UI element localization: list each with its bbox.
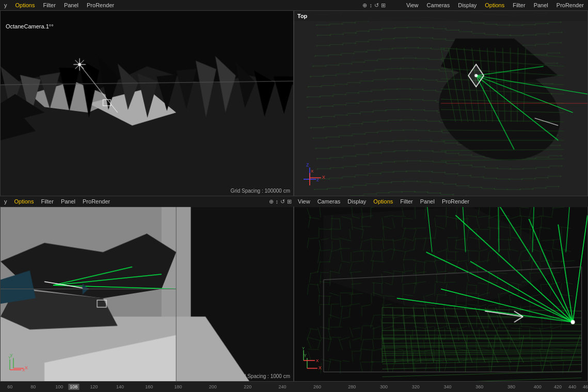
ruler-160: 160: [145, 384, 153, 389]
ruler-420: 420: [554, 384, 562, 389]
canvas-top: [294, 11, 587, 196]
ruler-60: 60: [7, 384, 12, 389]
ruler-120: 120: [90, 384, 98, 389]
ruler-380: 380: [507, 384, 515, 389]
axis-front: Y X: [299, 345, 320, 366]
menu-y-left[interactable]: y: [2, 2, 9, 8]
br-menu-options[interactable]: Options: [371, 198, 395, 205]
icon-rotate[interactable]: ↺: [374, 2, 379, 9]
menu-prorender-right[interactable]: ProRender: [554, 2, 586, 8]
viewport-camera[interactable]: OctaneCamera.1°° Grid Spacing : 100000 c…: [0, 10, 294, 196]
ruler-80: 80: [30, 384, 36, 389]
ruler-108: 108: [68, 384, 79, 390]
ruler-300: 300: [380, 384, 388, 389]
vp2-title: Top: [297, 13, 307, 19]
menu-view-right[interactable]: View: [404, 2, 421, 8]
bl-menu-options[interactable]: Options: [12, 198, 36, 205]
ruler-280: 280: [348, 384, 356, 389]
ruler-100: 100: [55, 384, 63, 389]
bl-icon-rotate[interactable]: ↺: [280, 198, 285, 205]
ruler-220: 220: [244, 384, 251, 389]
svg-text:X: X: [316, 358, 319, 363]
camera-label: OctaneCamera.1°°: [6, 23, 54, 29]
bl-icon-grid[interactable]: ⊞: [287, 198, 292, 205]
viewport-perspective[interactable]: y Options Filter Panel ProRender ⊕ ↕ ↺ ⊞…: [0, 196, 294, 382]
canvas-camera: [1, 11, 293, 196]
menu-options-right[interactable]: Options: [483, 2, 506, 8]
menu-display-right[interactable]: Display: [456, 2, 479, 8]
grid-spacing-vp1: Grid Spacing : 100000 cm: [230, 188, 290, 194]
axis-top: Z X: [299, 169, 320, 190]
viewport-icons-top: ⊕ ↕ ↺ ⊞: [362, 2, 386, 9]
br-menu-cameras[interactable]: Cameras: [315, 198, 343, 205]
canvas-perspective: [1, 197, 293, 381]
grid-spacing-vp3: Grid Spacing : 1000 cm: [236, 373, 291, 379]
svg-text:Z: Z: [316, 178, 319, 182]
viewport-top[interactable]: Top Z X: [294, 10, 588, 196]
menu-filter-right[interactable]: Filter: [511, 2, 527, 8]
br-menu-panel[interactable]: Panel: [418, 198, 437, 205]
icon-cross[interactable]: ⊕: [362, 2, 367, 9]
icon-arrows[interactable]: ↕: [369, 2, 372, 8]
menu-panel-right[interactable]: Panel: [532, 2, 550, 8]
ruler-260: 260: [313, 384, 321, 389]
ruler-340: 340: [444, 384, 452, 389]
bottom-left-menubar: y Options Filter Panel ProRender ⊕ ↕ ↺ ⊞: [0, 196, 294, 207]
menu-prorender-left[interactable]: ProRender: [85, 2, 116, 8]
menu-panel-left[interactable]: Panel: [62, 2, 81, 8]
viewport-front[interactable]: Front Y X: [294, 196, 588, 382]
svg-text:X: X: [22, 368, 25, 372]
menu-filter-left[interactable]: Filter: [41, 2, 57, 8]
ruler-marks: 60 80 100 108 120 140 160 180 200 220 24…: [4, 382, 584, 392]
ruler-180: 180: [174, 384, 182, 389]
axis-perspective: Y X: [6, 354, 26, 375]
menu-options-left[interactable]: Options: [13, 2, 37, 8]
ruler-240: 240: [279, 384, 287, 389]
br-menu-filter[interactable]: Filter: [398, 198, 415, 205]
bottom-right-menubar: View Cameras Display Options Filter Pane…: [294, 196, 588, 207]
bl-menu-panel[interactable]: Panel: [59, 198, 77, 205]
bl-icon-arrows[interactable]: ↕: [276, 198, 279, 205]
br-menu-display[interactable]: Display: [345, 198, 368, 205]
br-menu-prorender[interactable]: ProRender: [440, 198, 471, 205]
timeline-ruler: 60 80 100 108 120 140 160 180 200 220 24…: [0, 382, 588, 392]
ruler-320: 320: [412, 384, 420, 389]
menu-cameras-right[interactable]: Cameras: [425, 2, 452, 8]
bl-menu-y[interactable]: y: [2, 198, 9, 205]
svg-text:X: X: [311, 169, 314, 174]
top-menubar: y Options Filter Panel ProRender ⊕ ↕ ↺ ⊞…: [0, 0, 588, 10]
ruler-460: 460: [583, 384, 588, 389]
bl-menu-filter[interactable]: Filter: [39, 198, 55, 205]
br-menu-view[interactable]: View: [296, 198, 312, 205]
ruler-360: 360: [475, 384, 483, 389]
bl-icon-cross[interactable]: ⊕: [269, 198, 274, 205]
svg-text:Y: Y: [8, 355, 11, 360]
ruler-440: 440: [568, 384, 576, 389]
svg-text:Y: Y: [302, 346, 305, 351]
canvas-front: [294, 197, 587, 381]
vp2-header: Top: [294, 11, 587, 21]
bl-menu-prorender[interactable]: ProRender: [81, 198, 112, 205]
icon-grid[interactable]: ⊞: [381, 2, 386, 9]
ruler-140: 140: [116, 384, 124, 389]
ruler-200: 200: [209, 384, 217, 389]
ruler-400: 400: [534, 384, 542, 389]
